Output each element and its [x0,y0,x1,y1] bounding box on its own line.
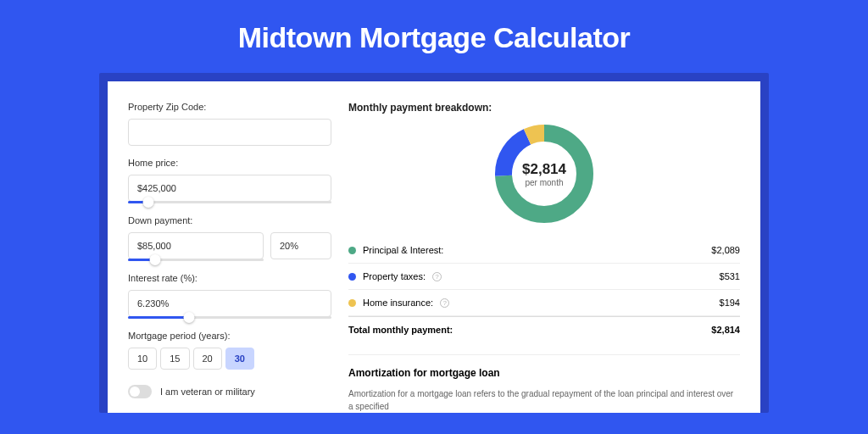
breakdown-panel: Monthly payment breakdown: $2,814 per mo… [348,102,740,413]
breakdown-label: Principal & Interest: [363,245,443,255]
period-option-20[interactable]: 20 [193,348,222,370]
breakdown-label: Home insurance: [363,298,433,308]
dot-icon [348,247,356,254]
page-title: Midtown Mortgage Calculator [238,21,631,54]
slider-thumb[interactable] [150,254,161,265]
breakdown-rows: Principal & Interest: $2,089 Property ta… [348,237,740,342]
donut-center: $2,814 per month [492,122,596,225]
veteran-label: I am veteran or military [160,387,255,397]
field-period: Mortgage period (years): 10 15 20 30 [128,331,331,370]
slider-fill [128,316,189,319]
inputs-panel: Property Zip Code: Home price: Down paym… [128,102,331,413]
breakdown-title: Monthly payment breakdown: [348,102,740,114]
dot-icon [348,273,356,281]
period-option-15[interactable]: 15 [160,348,189,370]
down-payment-amount-input[interactable] [128,232,264,259]
amortization-title: Amortization for mortgage loan [348,367,740,379]
home-price-label: Home price: [128,158,331,168]
total-value: $2,814 [711,325,740,335]
calculator-card: Property Zip Code: Home price: Down paym… [108,81,760,413]
breakdown-value: $531 [720,271,740,281]
breakdown-label: Property taxes: [363,271,426,281]
field-down-payment: Down payment: [128,215,331,261]
field-home-price: Home price: [128,158,331,203]
home-price-input[interactable] [128,175,331,202]
veteran-toggle-row: I am veteran or military [128,385,331,398]
breakdown-value: $2,089 [711,245,740,255]
breakdown-value: $194 [720,298,740,308]
breakdown-row-taxes: Property taxes: ? $531 [348,264,740,290]
info-icon[interactable]: ? [432,272,442,281]
donut-chart: $2,814 per month [492,122,596,225]
interest-rate-input[interactable] [128,290,331,317]
total-label: Total monthly payment: [348,325,453,335]
breakdown-row-principal: Principal & Interest: $2,089 [348,237,740,264]
breakdown-row-insurance: Home insurance: ? $194 [348,290,740,316]
amortization-text: Amortization for a mortgage loan refers … [348,387,740,413]
field-zip: Property Zip Code: [128,102,331,146]
donut-chart-wrap: $2,814 per month [348,122,740,225]
card-frame: Property Zip Code: Home price: Down paym… [99,73,769,413]
breakdown-total-row: Total monthly payment: $2,814 [348,316,740,342]
period-label: Mortgage period (years): [128,331,331,341]
donut-sub: per month [525,178,563,187]
slider-thumb[interactable] [143,197,154,208]
donut-amount: $2,814 [522,161,566,178]
down-payment-label: Down payment: [128,215,331,225]
down-payment-slider[interactable] [128,259,264,261]
veteran-toggle[interactable] [128,385,152,398]
toggle-knob [130,387,140,397]
home-price-slider[interactable] [128,201,331,203]
interest-rate-slider[interactable] [128,316,331,319]
info-icon[interactable]: ? [440,298,449,308]
slider-thumb[interactable] [184,312,195,323]
zip-input[interactable] [128,119,331,146]
dot-icon [348,299,356,307]
period-pills: 10 15 20 30 [128,348,331,370]
down-payment-percent-input[interactable] [270,232,331,259]
amortization-section: Amortization for mortgage loan Amortizat… [348,354,740,413]
period-option-10[interactable]: 10 [128,348,157,370]
interest-rate-label: Interest rate (%): [128,273,331,283]
zip-label: Property Zip Code: [128,102,331,112]
field-interest-rate: Interest rate (%): [128,273,331,319]
period-option-30[interactable]: 30 [225,348,254,370]
